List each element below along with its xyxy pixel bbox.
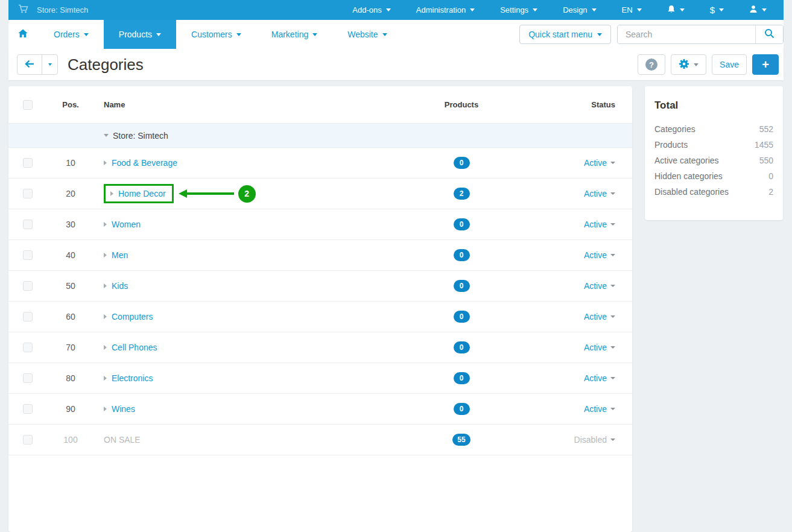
row-checkbox[interactable]	[23, 220, 33, 229]
category-link[interactable]: Home Decor	[118, 189, 166, 198]
admin-topbar: Store: Simtech Add-ons Administration Se…	[8, 0, 784, 20]
table-row: 90 Wines 2 0	[8, 394, 632, 425]
status-dropdown[interactable]: Active	[584, 312, 615, 321]
chevron-down-icon	[610, 346, 615, 349]
back-button[interactable]	[17, 55, 42, 74]
status-dropdown[interactable]: Active	[584, 250, 615, 260]
row-checkbox[interactable]	[23, 312, 33, 321]
chevron-down-icon	[470, 8, 475, 11]
settings-gear-button[interactable]	[671, 54, 706, 75]
chevron-down-icon[interactable]	[104, 134, 109, 137]
table-row: 30 Women 2 0	[8, 209, 632, 240]
status-dropdown[interactable]: Disabled	[574, 435, 615, 445]
column-header-status: Status	[504, 100, 615, 109]
chevron-right-icon[interactable]	[104, 253, 107, 258]
totals-title: Total	[654, 100, 773, 112]
products-count-badge: 0	[454, 341, 470, 353]
search-button[interactable]	[755, 25, 783, 43]
search-input[interactable]	[618, 25, 755, 43]
topbar-menu-item[interactable]: EN	[622, 5, 642, 14]
dollar-icon: $	[710, 5, 715, 15]
stat-row: Products 1455	[654, 137, 773, 153]
chevron-right-icon[interactable]	[104, 407, 107, 411]
category-link[interactable]: Cell Phones	[112, 343, 157, 352]
position-value: 100	[37, 435, 104, 445]
row-checkbox[interactable]	[23, 250, 33, 260]
stat-value: 2	[768, 187, 773, 197]
stat-label: Hidden categories	[654, 171, 723, 181]
position-value: 40	[37, 250, 104, 260]
topbar-menu-item[interactable]: Design	[563, 5, 596, 14]
nav-menu-item[interactable]: Website	[332, 20, 402, 49]
status-dropdown[interactable]: Active	[584, 373, 615, 383]
account-menu[interactable]	[749, 5, 767, 15]
plus-icon: +	[762, 58, 769, 72]
position-value: 70	[37, 343, 104, 352]
category-link[interactable]: Wines	[112, 404, 135, 414]
chevron-down-icon	[592, 8, 597, 11]
status-dropdown[interactable]: Active	[584, 281, 615, 291]
row-checkbox[interactable]	[23, 435, 33, 445]
row-checkbox[interactable]	[23, 189, 33, 198]
chevron-right-icon[interactable]	[104, 283, 107, 288]
chevron-down-icon	[48, 63, 52, 66]
chevron-right-icon[interactable]	[104, 160, 107, 165]
position-value: 60	[37, 312, 104, 321]
select-all-checkbox[interactable]	[23, 100, 33, 110]
products-count-badge: 0	[454, 311, 470, 323]
chevron-right-icon[interactable]	[104, 345, 107, 350]
stat-value: 552	[759, 124, 773, 134]
row-checkbox[interactable]	[23, 343, 33, 352]
magnifier-icon	[764, 28, 775, 40]
chevron-down-icon	[236, 33, 241, 36]
nav-menu-item[interactable]: Customers	[176, 20, 256, 49]
status-dropdown[interactable]: Active	[584, 220, 615, 229]
help-button[interactable]: ?	[638, 54, 665, 75]
back-dropdown-button[interactable]	[42, 55, 57, 74]
products-count-badge: 0	[454, 157, 470, 169]
status-dropdown[interactable]: Active	[584, 189, 615, 198]
store-selector[interactable]: Store: Simtech	[18, 4, 88, 16]
category-link[interactable]: Women	[112, 220, 141, 229]
category-link[interactable]: Electronics	[112, 373, 153, 383]
position-value: 50	[37, 281, 104, 291]
category-link[interactable]: ON SALE	[104, 435, 141, 445]
topbar-menu-item[interactable]: Add-ons	[352, 5, 390, 14]
status-dropdown[interactable]: Active	[584, 404, 615, 414]
table-row: 10 Food & Beverage 2 0	[8, 148, 632, 179]
nav-menu-item[interactable]: Marketing	[256, 20, 332, 49]
chevron-down-icon	[312, 33, 317, 36]
table-row: 60 Computers 2 0	[8, 302, 632, 332]
nav-items: Orders Products Customers Marketing Webs…	[39, 20, 402, 49]
row-checkbox[interactable]	[23, 281, 33, 291]
chevron-down-icon	[84, 33, 89, 36]
row-checkbox[interactable]	[23, 404, 33, 414]
category-link[interactable]: Computers	[112, 312, 153, 321]
row-checkbox[interactable]	[23, 158, 33, 168]
chevron-right-icon[interactable]	[104, 376, 107, 381]
chevron-right-icon[interactable]	[104, 222, 107, 227]
nav-menu-item[interactable]: Products	[104, 20, 176, 49]
quick-start-menu-button[interactable]: Quick start menu	[519, 25, 611, 44]
table-row: 40 Men 2 0	[8, 240, 632, 271]
chevron-right-icon[interactable]	[104, 314, 107, 319]
chevron-down-icon	[610, 192, 615, 195]
chevron-down-icon	[610, 223, 615, 226]
arrow-line	[187, 192, 234, 195]
nav-menu-item[interactable]: Orders	[39, 20, 104, 49]
chevron-down-icon	[694, 63, 699, 66]
nav-home-button[interactable]	[8, 20, 39, 49]
category-link[interactable]: Kids	[112, 281, 128, 291]
notifications-menu[interactable]	[667, 5, 685, 16]
topbar-menu-item[interactable]: Administration	[416, 5, 475, 14]
status-dropdown[interactable]: Active	[584, 158, 615, 168]
topbar-menu-item[interactable]: Settings	[500, 5, 537, 14]
chevron-right-icon[interactable]	[110, 191, 113, 196]
category-link[interactable]: Men	[112, 250, 128, 260]
save-button[interactable]: Save	[712, 54, 747, 75]
status-dropdown[interactable]: Active	[584, 343, 615, 352]
row-checkbox[interactable]	[23, 373, 33, 383]
add-category-button[interactable]: +	[752, 54, 779, 75]
category-link[interactable]: Food & Beverage	[112, 158, 177, 168]
currency-menu[interactable]: $	[710, 5, 724, 15]
